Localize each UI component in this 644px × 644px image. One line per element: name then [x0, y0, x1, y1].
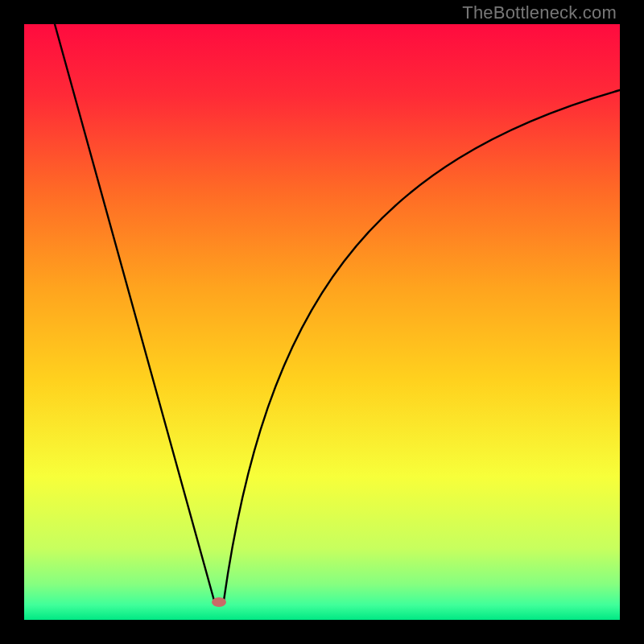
- minimum-point-marker: [212, 597, 226, 607]
- chart-background: [24, 24, 620, 620]
- plot-frame: [24, 24, 620, 620]
- marker-layer: [212, 597, 226, 607]
- bottleneck-curve-chart: [24, 24, 620, 620]
- watermark-text: TheBottleneck.com: [462, 2, 617, 23]
